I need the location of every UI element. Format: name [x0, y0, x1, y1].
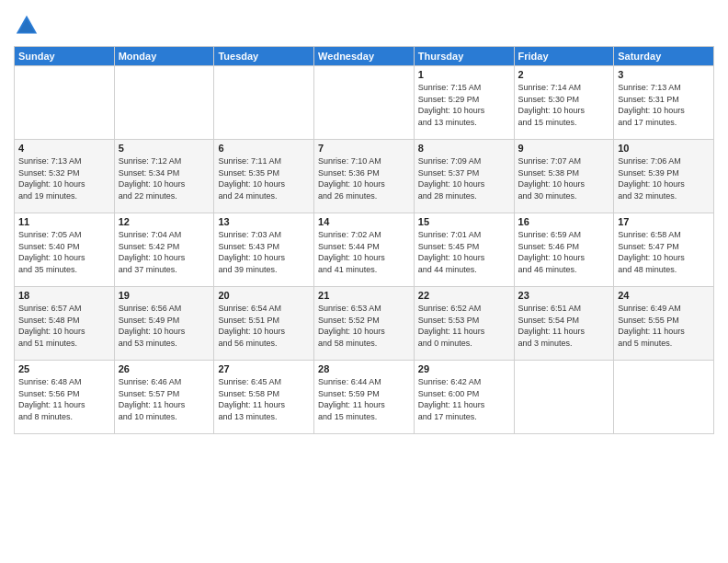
header-cell-saturday: Saturday: [614, 47, 714, 66]
day-cell: 1Sunrise: 7:15 AM Sunset: 5:29 PM Daylig…: [414, 66, 514, 140]
day-number: 29: [418, 363, 510, 374]
day-cell: 28Sunrise: 6:44 AM Sunset: 5:59 PM Dayli…: [314, 361, 415, 434]
day-info: Sunrise: 7:02 AM Sunset: 5:44 PM Dayligh…: [318, 229, 410, 275]
day-cell: 24Sunrise: 6:49 AM Sunset: 5:55 PM Dayli…: [614, 287, 714, 361]
day-cell: 27Sunrise: 6:45 AM Sunset: 5:58 PM Dayli…: [214, 361, 314, 434]
day-cell: 10Sunrise: 7:06 AM Sunset: 5:39 PM Dayli…: [614, 140, 714, 213]
header-cell-sunday: Sunday: [15, 47, 115, 66]
day-cell: 16Sunrise: 6:59 AM Sunset: 5:46 PM Dayli…: [514, 213, 614, 287]
day-info: Sunrise: 6:48 AM Sunset: 5:56 PM Dayligh…: [18, 376, 110, 422]
day-number: 20: [218, 290, 310, 301]
header-cell-monday: Monday: [114, 47, 214, 66]
day-number: 17: [618, 216, 710, 227]
day-info: Sunrise: 7:11 AM Sunset: 5:35 PM Dayligh…: [218, 155, 310, 201]
day-cell: 5Sunrise: 7:12 AM Sunset: 5:34 PM Daylig…: [114, 140, 214, 213]
week-row-5: 25Sunrise: 6:48 AM Sunset: 5:56 PM Dayli…: [15, 361, 714, 434]
day-info: Sunrise: 6:54 AM Sunset: 5:51 PM Dayligh…: [218, 303, 310, 349]
day-number: 19: [119, 290, 210, 301]
day-info: Sunrise: 6:49 AM Sunset: 5:55 PM Dayligh…: [618, 303, 710, 349]
calendar-header: SundayMondayTuesdayWednesdayThursdayFrid…: [15, 47, 714, 66]
day-cell: 2Sunrise: 7:14 AM Sunset: 5:30 PM Daylig…: [514, 66, 614, 140]
week-row-2: 4Sunrise: 7:13 AM Sunset: 5:32 PM Daylig…: [15, 140, 714, 213]
day-cell: 20Sunrise: 6:54 AM Sunset: 5:51 PM Dayli…: [214, 287, 314, 361]
day-info: Sunrise: 7:13 AM Sunset: 5:31 PM Dayligh…: [618, 82, 710, 128]
day-number: 5: [119, 143, 210, 154]
day-cell: 17Sunrise: 6:58 AM Sunset: 5:47 PM Dayli…: [614, 213, 714, 287]
day-cell: 7Sunrise: 7:10 AM Sunset: 5:36 PM Daylig…: [314, 140, 415, 213]
day-number: 13: [218, 216, 310, 227]
header-cell-tuesday: Tuesday: [214, 47, 314, 66]
day-cell: 25Sunrise: 6:48 AM Sunset: 5:56 PM Dayli…: [15, 361, 115, 434]
day-cell: [214, 66, 314, 140]
week-row-1: 1Sunrise: 7:15 AM Sunset: 5:29 PM Daylig…: [15, 66, 714, 140]
day-cell: [15, 66, 115, 140]
day-cell: 18Sunrise: 6:57 AM Sunset: 5:48 PM Dayli…: [15, 287, 115, 361]
calendar-page: SundayMondayTuesdayWednesdayThursdayFrid…: [0, 0, 728, 563]
day-cell: [314, 66, 415, 140]
day-number: 28: [318, 363, 410, 374]
day-info: Sunrise: 7:12 AM Sunset: 5:34 PM Dayligh…: [119, 155, 210, 201]
day-number: 1: [418, 69, 510, 80]
day-info: Sunrise: 7:14 AM Sunset: 5:30 PM Dayligh…: [518, 82, 610, 128]
day-cell: 14Sunrise: 7:02 AM Sunset: 5:44 PM Dayli…: [314, 213, 415, 287]
day-info: Sunrise: 6:42 AM Sunset: 6:00 PM Dayligh…: [418, 376, 510, 422]
day-info: Sunrise: 7:04 AM Sunset: 5:42 PM Dayligh…: [119, 229, 210, 275]
day-cell: [514, 361, 614, 434]
day-number: 8: [418, 143, 510, 154]
day-info: Sunrise: 7:07 AM Sunset: 5:38 PM Dayligh…: [518, 155, 610, 201]
calendar-body: 1Sunrise: 7:15 AM Sunset: 5:29 PM Daylig…: [15, 66, 714, 434]
day-cell: 22Sunrise: 6:52 AM Sunset: 5:53 PM Dayli…: [414, 287, 514, 361]
day-number: 3: [618, 69, 710, 80]
day-cell: 23Sunrise: 6:51 AM Sunset: 5:54 PM Dayli…: [514, 287, 614, 361]
day-number: 16: [518, 216, 610, 227]
day-info: Sunrise: 7:05 AM Sunset: 5:40 PM Dayligh…: [18, 229, 110, 275]
day-number: 24: [618, 290, 710, 301]
header-cell-thursday: Thursday: [414, 47, 514, 66]
week-row-3: 11Sunrise: 7:05 AM Sunset: 5:40 PM Dayli…: [15, 213, 714, 287]
day-number: 22: [418, 290, 510, 301]
day-number: 9: [518, 143, 610, 154]
day-number: 6: [218, 143, 310, 154]
day-cell: 3Sunrise: 7:13 AM Sunset: 5:31 PM Daylig…: [614, 66, 714, 140]
day-cell: 26Sunrise: 6:46 AM Sunset: 5:57 PM Dayli…: [114, 361, 214, 434]
day-cell: 8Sunrise: 7:09 AM Sunset: 5:37 PM Daylig…: [414, 140, 514, 213]
day-number: 23: [518, 290, 610, 301]
day-number: 11: [18, 216, 110, 227]
day-info: Sunrise: 7:09 AM Sunset: 5:37 PM Dayligh…: [418, 155, 510, 201]
day-number: 21: [318, 290, 410, 301]
day-info: Sunrise: 6:44 AM Sunset: 5:59 PM Dayligh…: [318, 376, 410, 422]
day-info: Sunrise: 6:46 AM Sunset: 5:57 PM Dayligh…: [119, 376, 210, 422]
day-info: Sunrise: 6:51 AM Sunset: 5:54 PM Dayligh…: [518, 303, 610, 349]
day-info: Sunrise: 7:10 AM Sunset: 5:36 PM Dayligh…: [318, 155, 410, 201]
day-cell: 29Sunrise: 6:42 AM Sunset: 6:00 PM Dayli…: [414, 361, 514, 434]
day-number: 7: [318, 143, 410, 154]
header-cell-friday: Friday: [514, 47, 614, 66]
day-number: 15: [418, 216, 510, 227]
day-number: 18: [18, 290, 110, 301]
day-cell: 13Sunrise: 7:03 AM Sunset: 5:43 PM Dayli…: [214, 213, 314, 287]
day-info: Sunrise: 6:53 AM Sunset: 5:52 PM Dayligh…: [318, 303, 410, 349]
day-number: 27: [218, 363, 310, 374]
week-row-4: 18Sunrise: 6:57 AM Sunset: 5:48 PM Dayli…: [15, 287, 714, 361]
day-cell: 11Sunrise: 7:05 AM Sunset: 5:40 PM Dayli…: [15, 213, 115, 287]
day-cell: 6Sunrise: 7:11 AM Sunset: 5:35 PM Daylig…: [214, 140, 314, 213]
day-info: Sunrise: 6:57 AM Sunset: 5:48 PM Dayligh…: [18, 303, 110, 349]
day-number: 10: [618, 143, 710, 154]
header: [14, 9, 714, 39]
day-cell: 9Sunrise: 7:07 AM Sunset: 5:38 PM Daylig…: [514, 140, 614, 213]
day-cell: 12Sunrise: 7:04 AM Sunset: 5:42 PM Dayli…: [114, 213, 214, 287]
day-info: Sunrise: 6:52 AM Sunset: 5:53 PM Dayligh…: [418, 303, 510, 349]
day-cell: 19Sunrise: 6:56 AM Sunset: 5:49 PM Dayli…: [114, 287, 214, 361]
day-number: 12: [119, 216, 210, 227]
logo-icon: [14, 13, 40, 39]
day-info: Sunrise: 6:59 AM Sunset: 5:46 PM Dayligh…: [518, 229, 610, 275]
day-info: Sunrise: 7:13 AM Sunset: 5:32 PM Dayligh…: [18, 155, 110, 201]
calendar-table: SundayMondayTuesdayWednesdayThursdayFrid…: [14, 46, 714, 434]
day-info: Sunrise: 6:56 AM Sunset: 5:49 PM Dayligh…: [119, 303, 210, 349]
header-row: SundayMondayTuesdayWednesdayThursdayFrid…: [15, 47, 714, 66]
day-number: 14: [318, 216, 410, 227]
day-cell: 4Sunrise: 7:13 AM Sunset: 5:32 PM Daylig…: [15, 140, 115, 213]
day-info: Sunrise: 7:15 AM Sunset: 5:29 PM Dayligh…: [418, 82, 510, 128]
day-cell: [114, 66, 214, 140]
day-cell: 15Sunrise: 7:01 AM Sunset: 5:45 PM Dayli…: [414, 213, 514, 287]
